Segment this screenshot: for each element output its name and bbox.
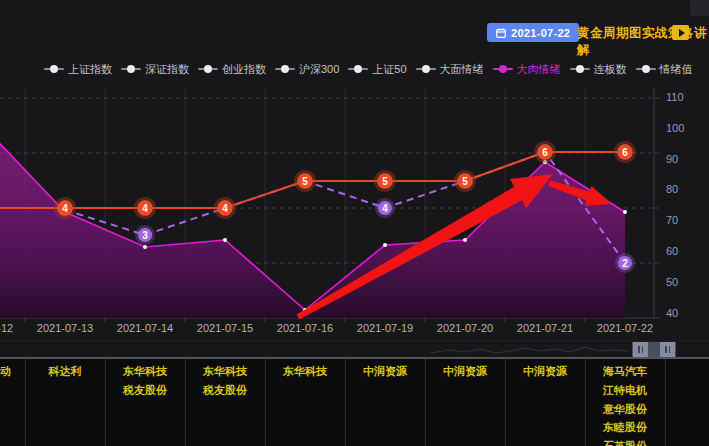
app-root: 2021-07-22 黄金周期图实战策略讲解 上证指数深证指数创业指数沪深300… — [0, 0, 709, 446]
stock-cell-2021-07-20: 中润资源 — [425, 362, 505, 381]
x-axis-label: 2021-07-15 — [180, 322, 270, 334]
stock-cell-2021-07-13: 科达利 — [25, 362, 105, 381]
stock-name: 东华科技 — [265, 362, 345, 381]
svg-text:6: 6 — [542, 147, 548, 158]
magenta-point[interactable] — [463, 238, 467, 242]
magenta-point[interactable] — [383, 243, 387, 247]
magenta-point[interactable] — [223, 238, 227, 242]
stock-name: 东华科技 — [185, 362, 265, 381]
x-axis-label: 2021-07-19 — [340, 322, 430, 334]
y-axis-label: 80 — [666, 183, 700, 195]
stock-name: 税友股份 — [185, 381, 265, 400]
svg-text:6: 6 — [622, 147, 628, 158]
stock-name: 中润资源 — [505, 362, 585, 381]
stock-cell-2021-07-14: 东华科技税友股份 — [105, 362, 185, 400]
x-axis-label: 2021-07-20 — [420, 322, 510, 334]
stock-cell-2021-07-12: 动 — [0, 362, 16, 381]
y-axis-label: 50 — [666, 276, 700, 288]
stock-name: 东华科技 — [105, 362, 185, 381]
orange-badge-4[interactable]: 4 — [214, 197, 236, 219]
svg-text:4: 4 — [222, 203, 228, 214]
orange-badge-6[interactable]: 6 — [534, 141, 556, 163]
purple-badge-2[interactable]: 2 — [615, 253, 635, 273]
orange-badge-5[interactable]: 5 — [374, 170, 396, 192]
stock-cell-2021-07-15: 东华科技税友股份 — [185, 362, 265, 400]
stock-name: 科达利 — [25, 362, 105, 381]
svg-text:3: 3 — [142, 230, 148, 241]
svg-text:2: 2 — [622, 258, 628, 269]
stock-cell-2021-07-19: 中润资源 — [345, 362, 425, 381]
y-axis-label: 60 — [666, 245, 700, 257]
orange-badge-5[interactable]: 5 — [294, 170, 316, 192]
datazoom-handle-left[interactable] — [633, 342, 648, 357]
stock-name: 石英股份 — [585, 437, 665, 446]
stock-cell-2021-07-22: 海马汽车江特电机意华股份东睦股份石英股份 — [585, 362, 665, 446]
stock-name: 江特电机 — [585, 381, 665, 400]
magenta-point[interactable] — [623, 210, 627, 214]
svg-text:4: 4 — [382, 203, 388, 214]
stock-name: 税友股份 — [105, 381, 185, 400]
orange-badge-4[interactable]: 4 — [134, 197, 156, 219]
x-axis-label: 2021-07-16 — [260, 322, 350, 334]
purple-badge-3[interactable]: 3 — [135, 225, 155, 245]
stock-name: 动 — [0, 362, 16, 381]
stock-cell-2021-07-21: 中润资源 — [505, 362, 585, 381]
x-axis-label: 2021-07-14 — [100, 322, 190, 334]
svg-text:4: 4 — [62, 203, 68, 214]
svg-text:5: 5 — [302, 176, 308, 187]
svg-text:5: 5 — [382, 176, 388, 187]
purple-badge-4[interactable]: 4 — [375, 198, 395, 218]
svg-text:5: 5 — [462, 176, 468, 187]
orange-badge-4[interactable]: 4 — [54, 197, 76, 219]
y-axis-label: 70 — [666, 214, 700, 226]
orange-badge-6[interactable]: 6 — [614, 141, 636, 163]
stock-name: 中润资源 — [425, 362, 505, 381]
datazoom-preview — [0, 342, 709, 357]
orange-badge-5[interactable]: 5 — [454, 170, 476, 192]
y-axis-label: 90 — [666, 153, 700, 165]
x-axis-label: 2021-07-21 — [500, 322, 590, 334]
x-axis-label: 2021-07-22 — [580, 322, 670, 334]
datazoom-track[interactable] — [0, 341, 709, 357]
stock-name: 中润资源 — [345, 362, 425, 381]
stock-cell-2021-07-16: 东华科技 — [265, 362, 345, 381]
stock-name: 东睦股份 — [585, 418, 665, 437]
magenta-point[interactable] — [143, 245, 147, 249]
stock-name: 意华股份 — [585, 400, 665, 419]
y-axis-label: 40 — [666, 307, 700, 319]
y-axis-label: 100 — [666, 122, 700, 134]
table-column-divider — [665, 359, 666, 446]
y-axis-label: 110 — [666, 91, 700, 103]
datazoom-handle-right[interactable] — [660, 342, 675, 357]
x-axis-label: 2021-07-13 — [20, 322, 110, 334]
svg-text:4: 4 — [142, 203, 148, 214]
stock-name: 海马汽车 — [585, 362, 665, 381]
